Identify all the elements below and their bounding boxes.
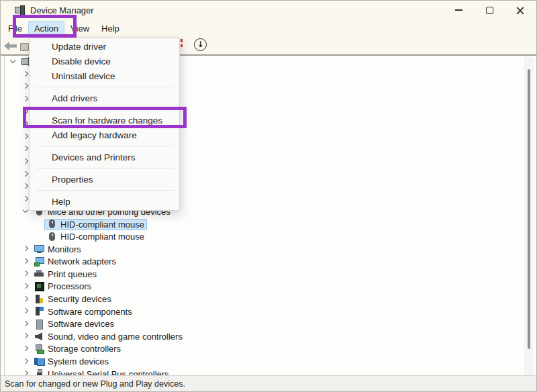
- storage-icon: [34, 344, 45, 354]
- menu-item-properties[interactable]: Properties: [30, 172, 179, 187]
- chevron-down-icon[interactable]: [7, 56, 19, 68]
- menu-separator: [30, 142, 179, 150]
- tree-item-label: System devices: [48, 356, 109, 366]
- maximize-icon[interactable]: [474, 1, 505, 19]
- menu-item-devices-and-printers[interactable]: Devices and Printers: [30, 150, 179, 164]
- chevron-right-icon[interactable]: [19, 318, 32, 330]
- tree-row-content: Print queues: [32, 268, 99, 280]
- chevron-right-icon[interactable]: [19, 281, 32, 293]
- tree-item-label: Storage controllers: [48, 344, 121, 354]
- close-icon[interactable]: [505, 1, 536, 19]
- chevron-right-icon[interactable]: [19, 243, 32, 255]
- monitor-icon: [34, 244, 45, 254]
- tree-item-monitors[interactable]: Monitors: [1, 243, 526, 256]
- mouse-icon: [47, 219, 58, 229]
- menu-item-add-drivers[interactable]: Add drivers: [30, 91, 179, 105]
- tree-row-content: Software devices: [32, 318, 117, 330]
- tree-item-software-components[interactable]: Software components: [1, 305, 526, 318]
- minimize-icon[interactable]: [443, 1, 474, 19]
- partially-hidden-red-icon: [181, 39, 183, 42]
- action-dropdown-menu: Update driverDisable deviceUninstall dev…: [29, 38, 180, 211]
- tree-item-hid-compliant-mouse[interactable]: HID-compliant mouse: [1, 230, 526, 243]
- tree-item-software-devices[interactable]: Software devices: [1, 317, 526, 330]
- device-manager-window: Device Manager FileActionViewHelp ↓ Mice…: [0, 0, 537, 392]
- tree-row-content: Storage controllers: [32, 343, 124, 354]
- network-icon: [34, 257, 45, 266]
- chevron-right-icon[interactable]: [19, 256, 32, 268]
- tree-row-content: Processors: [32, 281, 94, 292]
- processor-icon: [34, 282, 45, 291]
- menu-file[interactable]: File: [2, 21, 28, 36]
- tree-row-content: Network adapters: [32, 256, 119, 267]
- softdev-icon: [34, 320, 45, 329]
- chevron-right-icon[interactable]: [19, 330, 32, 342]
- chevron-spacer: [32, 231, 44, 243]
- tree-row-content: Software components: [32, 306, 135, 317]
- printer-icon: [34, 269, 45, 279]
- mouse-icon: [47, 232, 58, 242]
- tree-item-label: Security devices: [48, 294, 111, 304]
- back-arrow-icon[interactable]: [4, 42, 17, 50]
- tree-row-content: Security devices: [32, 293, 114, 305]
- tree-item-label: Network adapters: [48, 256, 116, 266]
- tree-item-label: HID-compliant mouse: [60, 232, 144, 242]
- tree-item-system-devices[interactable]: System devices: [1, 355, 526, 368]
- window-controls: [443, 1, 536, 19]
- tree-item-storage-controllers[interactable]: Storage controllers: [1, 343, 526, 356]
- update-driver-icon[interactable]: ↓: [194, 38, 207, 51]
- tree-item-label: Sound, video and game controllers: [48, 332, 183, 342]
- window-title: Device Manager: [30, 5, 94, 15]
- chevron-right-icon[interactable]: [19, 305, 32, 317]
- chevron-right-icon[interactable]: [19, 268, 32, 280]
- chevron-right-icon[interactable]: [19, 356, 32, 368]
- tree-item-label: Software components: [48, 307, 132, 317]
- system-icon: [34, 357, 45, 366]
- menu-view[interactable]: View: [64, 21, 95, 36]
- tree-row-content: HID-compliant mouse: [44, 231, 147, 242]
- menu-separator: [30, 105, 179, 113]
- title-bar: Device Manager: [1, 1, 536, 19]
- menu-item-disable-device[interactable]: Disable device: [30, 54, 179, 68]
- tree-item-label: Processors: [48, 281, 91, 291]
- scrollbar-thumb[interactable]: [528, 69, 530, 349]
- menu-item-help[interactable]: Help: [30, 194, 179, 209]
- device-manager-app-icon: [15, 5, 25, 15]
- menu-action[interactable]: Action: [28, 21, 64, 36]
- menu-help[interactable]: Help: [95, 21, 126, 36]
- menu-item-uninstall-device[interactable]: Uninstall device: [30, 68, 179, 83]
- tree-row-content: Monitors: [32, 244, 84, 255]
- chevron-right-icon[interactable]: [19, 343, 32, 355]
- tree-item-security-devices[interactable]: Security devices: [1, 293, 526, 305]
- tree-row-content: HID-compliant mouse: [44, 219, 147, 230]
- menu-separator: [30, 187, 179, 194]
- menu-bar: FileActionViewHelp: [1, 19, 536, 38]
- menu-separator: [30, 83, 179, 91]
- status-text: Scan for changed or new Plug and Play de…: [5, 379, 185, 389]
- menu-item-add-legacy-hardware[interactable]: Add legacy hardware: [30, 128, 179, 142]
- menu-separator: [30, 164, 179, 172]
- tree-item-label: Print queues: [48, 269, 97, 279]
- chevron-right-icon[interactable]: [19, 293, 32, 305]
- tree-item-label: Monitors: [48, 244, 81, 254]
- tree-item-label: Software devices: [48, 319, 114, 329]
- down-arrow-glyph: ↓: [197, 40, 203, 48]
- vertical-scrollbar[interactable]: [524, 57, 534, 375]
- tree-item-hid-compliant-mouse[interactable]: HID-compliant mouse: [1, 218, 526, 231]
- menu-item-scan-for-hardware-changes[interactable]: Scan for hardware changes: [30, 113, 179, 128]
- tree-item-print-queues[interactable]: Print queues: [1, 268, 526, 281]
- tree-row-content: Sound, video and game controllers: [32, 331, 185, 342]
- tree-item-network-adapters[interactable]: Network adapters: [1, 256, 526, 268]
- status-bar: Scan for changed or new Plug and Play de…: [1, 375, 536, 391]
- security-icon: [34, 295, 45, 304]
- tree-item-processors[interactable]: Processors: [1, 281, 526, 293]
- tree-item-label: HID-compliant mouse: [60, 219, 144, 230]
- tree-item-sound-video-and-game-controllers[interactable]: Sound, video and game controllers: [1, 330, 526, 343]
- tree-row-content: System devices: [32, 356, 111, 367]
- sound-icon: [34, 332, 45, 341]
- chevron-spacer: [32, 218, 44, 230]
- menu-item-update-driver[interactable]: Update driver: [30, 39, 179, 54]
- softcomp-icon: [34, 307, 45, 316]
- partially-hidden-toolbar-icon[interactable]: [20, 43, 29, 51]
- partially-hidden-red-icon: [181, 44, 183, 47]
